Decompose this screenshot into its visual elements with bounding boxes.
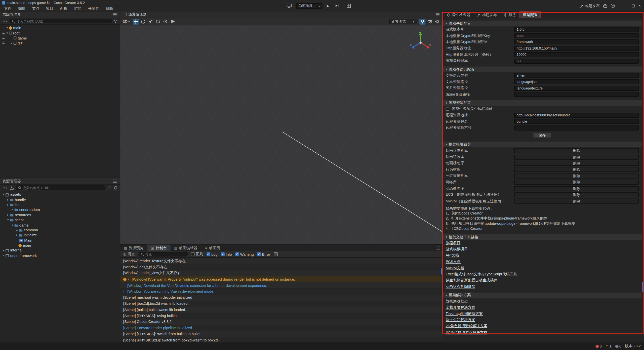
menu-item-5[interactable]: 扩展 bbox=[71, 6, 85, 12]
asset-node-assets[interactable]: ▾assets bbox=[0, 192, 120, 197]
tree-expand-arrow[interactable]: ▸ bbox=[15, 229, 19, 232]
sort-icon[interactable] bbox=[107, 186, 112, 189]
log-expand-arrow[interactable]: › bbox=[123, 290, 127, 293]
field-input[interactable] bbox=[514, 33, 639, 38]
checkbox-icon[interactable]: ✓ bbox=[257, 252, 261, 256]
field-input[interactable] bbox=[514, 39, 639, 45]
checkbox-icon[interactable]: ✓ bbox=[206, 252, 210, 256]
console-log-row[interactable]: [Window] ecs文件夹不存在 bbox=[120, 264, 443, 270]
asset-node-main[interactable]: main bbox=[0, 243, 120, 248]
section-header[interactable]: ▾框架模块裁剪 bbox=[443, 142, 642, 148]
field-input[interactable] bbox=[514, 119, 639, 124]
checkbox-icon[interactable]: ✓ bbox=[235, 252, 239, 256]
rect-tool[interactable] bbox=[155, 19, 161, 24]
field-input[interactable] bbox=[514, 86, 639, 91]
console-log-row[interactable]: ›[Window] You are running Vue in develop… bbox=[120, 288, 443, 294]
asset-node-oops-framework[interactable]: ▸oops-framework bbox=[0, 253, 120, 258]
asset-node-initialize[interactable]: ▸initialize bbox=[0, 233, 120, 238]
assets-menu-icon[interactable] bbox=[112, 178, 117, 184]
console-log-row[interactable]: !›[Window] [Vue warn]: Property "onInput… bbox=[120, 276, 443, 282]
filter-icon[interactable] bbox=[113, 20, 118, 23]
field-input[interactable] bbox=[514, 125, 639, 130]
asset-node-resources[interactable]: ▸resources bbox=[0, 212, 120, 217]
layout-button[interactable] bbox=[345, 3, 351, 8]
link-5-1[interactable]: 全栈开发解决方案 bbox=[446, 305, 475, 310]
asset-node-script[interactable]: ▾script bbox=[0, 217, 120, 223]
asset-node-Main[interactable]: TSMain bbox=[0, 238, 120, 243]
coordinate-space-tool[interactable] bbox=[170, 19, 176, 24]
menu-item-0[interactable]: 文件 bbox=[1, 6, 15, 12]
axis-gizmo[interactable]: Y X Z bbox=[409, 30, 432, 53]
refresh-icon[interactable] bbox=[113, 186, 118, 190]
checkbox-icon[interactable]: ✓ bbox=[221, 252, 225, 256]
step-button[interactable] bbox=[334, 3, 340, 8]
delete-button[interactable]: 删除 bbox=[514, 186, 639, 191]
tree-collapse-arrow[interactable]: ▾ bbox=[6, 218, 10, 222]
inspector-scrollbar-thumb[interactable] bbox=[642, 281, 643, 292]
delete-button[interactable]: 删除 bbox=[514, 161, 639, 166]
link-4-7[interactable]: 动画状态机编辑器 bbox=[446, 284, 475, 289]
console-tab-2[interactable]: ▥动画编辑器 bbox=[171, 245, 201, 251]
console-tab-0[interactable]: ▤资源预览 bbox=[120, 245, 147, 251]
minimize-button[interactable] bbox=[625, 6, 628, 6]
play-button[interactable]: ▶ bbox=[325, 3, 331, 8]
delete-button[interactable]: 删除 bbox=[514, 173, 639, 179]
assets-search-input[interactable] bbox=[23, 186, 103, 190]
link-4-6[interactable]: 原生包热更新配置自动生成插件 bbox=[446, 278, 497, 283]
field-input[interactable] bbox=[514, 79, 639, 84]
camera-settings-icon[interactable] bbox=[427, 19, 433, 24]
pivot-tool[interactable] bbox=[162, 19, 168, 24]
menu-item-7[interactable]: 帮助 bbox=[102, 6, 116, 12]
menu-item-6[interactable]: 开发者 bbox=[85, 6, 102, 12]
console-log-row[interactable]: [Scene] [box2d]:box2d wasm lib loaded. bbox=[120, 300, 443, 307]
scene-viewport[interactable]: Y X Z bbox=[120, 25, 443, 244]
console-log-row[interactable]: [Scene] meshopt wasm decoder initialized bbox=[120, 294, 443, 300]
hierarchy-node-root[interactable]: ▾root bbox=[0, 30, 120, 35]
link-4-0[interactable]: 教程项目 bbox=[446, 240, 460, 246]
field-input[interactable] bbox=[514, 92, 639, 97]
preview-platform-button[interactable]: ▾ bbox=[287, 4, 294, 8]
section-header[interactable]: ▾游戏资源配置 bbox=[443, 100, 642, 106]
tree-expand-arrow[interactable]: ▸ bbox=[2, 249, 6, 252]
collapse-duplicates-icon[interactable] bbox=[273, 252, 278, 256]
help-icon[interactable]: ? bbox=[611, 4, 615, 8]
view-mode-select[interactable]: 正常浏览 ▾ bbox=[389, 19, 417, 24]
tree-expand-arrow[interactable]: ▸ bbox=[6, 213, 10, 216]
link-4-2[interactable]: API文档 bbox=[446, 253, 459, 258]
console-tab-3[interactable]: ◈动画图 bbox=[201, 245, 224, 251]
scale-tool[interactable] bbox=[147, 19, 153, 24]
asset-node-internal[interactable]: ▸internal bbox=[0, 248, 120, 253]
field-input[interactable] bbox=[514, 73, 639, 78]
console-log-row[interactable]: [Window] model_view文件夹不存在 bbox=[120, 270, 443, 276]
hierarchy-node-game[interactable]: game bbox=[0, 36, 120, 41]
remote-load-checkbox[interactable] bbox=[446, 107, 449, 111]
link-4-4[interactable]: MVVM文档 bbox=[446, 266, 464, 271]
tree-expand-arrow[interactable]: ▸ bbox=[6, 203, 10, 206]
tree-collapse-arrow[interactable]: ▾ bbox=[2, 193, 6, 196]
tree-expand-arrow[interactable]: ▸ bbox=[6, 198, 10, 201]
save-button[interactable]: 保存 bbox=[533, 133, 551, 138]
field-input[interactable] bbox=[514, 27, 639, 32]
delete-button[interactable]: 删除 bbox=[514, 192, 639, 197]
console-filter-Error[interactable]: ✓Error bbox=[257, 252, 270, 256]
console-scrollbar-thumb[interactable] bbox=[441, 268, 442, 274]
link-5-2[interactable]: Tiledmap地图解决方案 bbox=[446, 311, 483, 316]
console-filter-正则[interactable]: 正则 bbox=[191, 251, 203, 257]
menu-item-1[interactable]: 编辑 bbox=[15, 6, 29, 12]
asset-node-seedrandom[interactable]: ▸seedrandom bbox=[0, 207, 120, 212]
error-count-badge[interactable]: × 3 bbox=[595, 344, 602, 348]
field-input[interactable] bbox=[514, 46, 639, 51]
delete-button[interactable]: 删除 bbox=[514, 199, 639, 204]
section-header[interactable]: ▾游戏基础配置 bbox=[443, 21, 642, 26]
console-search-input[interactable] bbox=[145, 252, 185, 256]
asset-node-libs[interactable]: ▸libs bbox=[0, 202, 120, 207]
message-count-badge[interactable]: i 0 bbox=[615, 344, 622, 348]
link-5-3[interactable]: 新手引导解决方案 bbox=[446, 317, 475, 323]
create-asset-button[interactable]: +▾ bbox=[2, 186, 8, 190]
inspector-tab-0[interactable]: 属性检查器 bbox=[443, 12, 474, 18]
lighting-toggle[interactable] bbox=[419, 19, 425, 24]
console-filter-Info[interactable]: ✓Info bbox=[221, 252, 232, 256]
console-log-row[interactable]: ›[Window] Download the Vue Devtools exte… bbox=[120, 282, 443, 288]
console-log-row[interactable]: [Window] render_texture文件夹不存在 bbox=[120, 258, 443, 264]
hierarchy-node-main[interactable]: ▾main bbox=[0, 25, 120, 30]
